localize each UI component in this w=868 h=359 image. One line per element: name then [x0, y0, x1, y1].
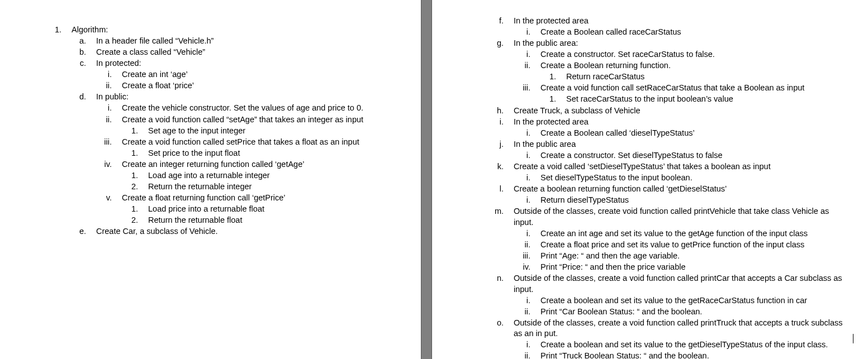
list-text: Create a float ‘price’	[122, 80, 410, 92]
list-item: ii.Create a Boolean returning function.	[432, 60, 857, 71]
list-marker: 1.	[0, 204, 148, 215]
list-text: Create an int ‘age’	[122, 69, 410, 80]
list-item: ii.Create a void function called “setAge…	[0, 114, 410, 126]
list-item: iii.Create a void function called setPri…	[0, 137, 410, 148]
list-item: i.Create a boolean and set its value to …	[432, 339, 857, 351]
list-text: Print “Car Boolean Status: “ and the boo…	[540, 307, 857, 318]
list-item: v.Create a float returning function call…	[0, 193, 410, 204]
page-divider	[421, 0, 432, 359]
list-marker: i.	[432, 295, 540, 307]
list-text: Load price into a returnable float	[148, 204, 410, 215]
list-marker: g.	[432, 38, 514, 49]
list-marker: i.	[432, 150, 540, 161]
list-marker: a.	[0, 36, 96, 47]
list-text: Create a Boolean called raceCarStatus	[540, 27, 857, 38]
list-item: e.Create Car, a subclass of Vehicle.	[0, 226, 410, 237]
list-item: m.Outside of the classes, create void fu…	[432, 206, 857, 228]
list-item: i.Create an int ‘age’	[0, 69, 410, 80]
list-item: j.In the public area	[432, 139, 857, 150]
list-marker: i.	[0, 69, 122, 80]
list-text: Create a boolean and set its value to th…	[540, 339, 857, 351]
list-marker: 1.	[432, 94, 566, 105]
list-marker: f.	[432, 16, 514, 27]
list-text: Create a Boolean returning function.	[540, 60, 857, 71]
list-text: In the protected area	[514, 16, 857, 27]
list-item: i.Create a Boolean called raceCarStatus	[432, 27, 857, 38]
list-marker: i.	[432, 228, 540, 240]
list-marker: ii.	[432, 351, 540, 359]
list-text: Create a constructor. Set raceCarStatus …	[540, 49, 857, 60]
list-marker: b.	[0, 47, 96, 58]
list-marker: i.	[432, 49, 540, 60]
page-1: 1. Algorithm: a.In a header file called …	[0, 0, 421, 359]
page-2: f.In the protected area i.Create a Boole…	[432, 0, 868, 359]
list-text: Create the vehicle constructor. Set the …	[122, 103, 410, 114]
list-text: Create Truck, a subclass of Vehicle	[514, 106, 857, 117]
list-item: i.Create an int age and set its value to…	[432, 228, 857, 240]
list-text: Set age to the input integer	[148, 126, 410, 137]
list-text: Print “Age: “ and then the age variable.	[540, 251, 857, 262]
list-item: i.Create a constructor. Set dieselTypeSt…	[432, 150, 857, 161]
list-item: ii.Print “Truck Boolean Status: “ and th…	[432, 351, 857, 359]
list-text: Set raceCarStatus to the input boolean’s…	[566, 94, 857, 105]
list-marker: i.	[432, 128, 540, 139]
list-text: Outside of the classes, create a void fu…	[514, 273, 857, 295]
list-text: Set price to the input float	[148, 148, 410, 159]
list-text: Create a void called ‘setDieselTypeStatu…	[514, 161, 857, 173]
list-marker: e.	[0, 226, 96, 237]
list-text: In the protected area	[514, 117, 857, 128]
list-marker: 1.	[0, 170, 148, 181]
list-text: Create a class called “Vehicle”	[96, 47, 410, 58]
list-text: Print “Price: “ and then the price varia…	[540, 262, 857, 273]
list-item: 2.Return the returnable float	[0, 215, 410, 226]
list-text: Print “Truck Boolean Status: “ and the b…	[540, 351, 857, 359]
list-marker: ii.	[432, 60, 540, 71]
list-text: Create a void function call setRaceCarSt…	[540, 83, 857, 94]
list-item: 1.Set price to the input float	[0, 148, 410, 159]
list-item: l.Create a boolean returning function ca…	[432, 184, 857, 195]
list-marker: i.	[432, 173, 540, 184]
list-text: Create a boolean returning function call…	[514, 184, 857, 195]
list-text: Create a float returning function call ‘…	[122, 193, 410, 204]
list-item: ii.Create a float price and set its valu…	[432, 240, 857, 251]
list-item: 1.Load age into a returnable integer	[0, 170, 410, 181]
list-item: i.Create a Boolean called ‘dieselTypeSta…	[432, 128, 857, 139]
list-item: a.In a header file called “Vehicle.h”	[0, 36, 410, 47]
list-item: i.Return dieselTypeStatus	[432, 195, 857, 206]
list-marker: ii.	[0, 80, 122, 92]
list-marker: 1.	[0, 25, 72, 36]
list-marker: j.	[432, 139, 514, 150]
list-text: Create Car, a subclass of Vehicle.	[96, 226, 410, 237]
list-item: iii.Create a void function call setRaceC…	[432, 83, 857, 94]
list-text: In a header file called “Vehicle.h”	[96, 36, 410, 47]
list-item: 1.Set raceCarStatus to the input boolean…	[432, 94, 857, 105]
list-text: Return raceCarStatus	[566, 71, 857, 83]
list-text: Load age into a returnable integer	[148, 170, 410, 181]
list-marker: 1.	[0, 126, 148, 137]
list-marker: ii.	[0, 114, 122, 126]
list-text: Create a Boolean called ‘dieselTypeStatu…	[540, 128, 857, 139]
list-marker: n.	[432, 273, 514, 295]
list-item: n.Outside of the classes, create a void …	[432, 273, 857, 295]
list-marker: 1.	[0, 148, 148, 159]
list-item: 2.Return the returnable integer	[0, 181, 410, 193]
list-text: In the public area:	[514, 38, 857, 49]
list-marker: i.	[432, 195, 540, 206]
top-margin-spacer	[432, 0, 857, 16]
list-marker: i.	[432, 117, 514, 128]
list-marker: m.	[432, 206, 514, 228]
list-item: iv.Create an integer returning function …	[0, 159, 410, 170]
list-marker: iii.	[432, 83, 540, 94]
list-marker: d.	[0, 92, 96, 103]
list-marker: iii.	[0, 137, 122, 148]
list-item: i.Create the vehicle constructor. Set th…	[0, 103, 410, 114]
list-marker: iii.	[432, 251, 540, 262]
list-item: c.In protected:	[0, 58, 410, 69]
list-item: 1.Return raceCarStatus	[432, 71, 857, 83]
list-text: Return the returnable float	[148, 215, 410, 226]
list-item: d.In public:	[0, 92, 410, 103]
list-text: Set dieselTypeStatus to the input boolea…	[540, 173, 857, 184]
list-text: Create a float price and set its value t…	[540, 240, 857, 251]
list-marker: iv.	[432, 262, 540, 273]
list-item: i.Create a constructor. Set raceCarStatu…	[432, 49, 857, 60]
